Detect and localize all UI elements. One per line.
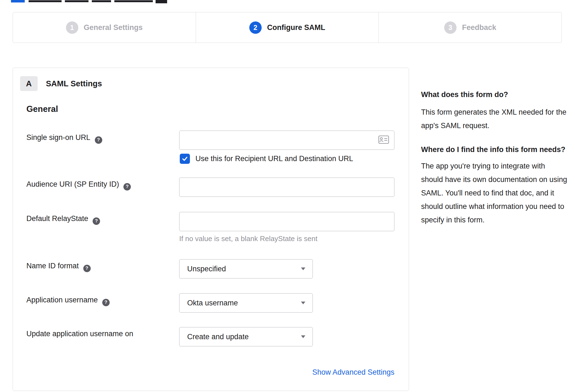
relaystate-help-icon[interactable]: ? — [93, 217, 100, 225]
update-application-username-label: Update application username on — [26, 330, 133, 338]
selected-value: Create and update — [187, 333, 249, 341]
step-label: Configure SAML — [267, 23, 325, 32]
check-icon — [181, 155, 188, 162]
single-sign-on-url-field — [179, 131, 394, 150]
appuser-help-icon[interactable]: ? — [102, 299, 110, 306]
sidebar-question-2: Where do I find the info this form needs… — [421, 143, 568, 156]
app-icon-fragment — [156, 0, 167, 3]
title-fragment — [114, 0, 153, 2]
help-sidebar: What does this form do? This form genera… — [421, 89, 568, 227]
step-number-badge: 1 — [66, 21, 78, 34]
step-label: Feedback — [462, 23, 496, 32]
step-configure-saml[interactable]: 2 Configure SAML — [196, 12, 379, 43]
name-id-format-label: Name ID format? — [26, 262, 91, 272]
sso-help-icon[interactable]: ? — [95, 136, 102, 144]
name-id-format-select[interactable]: Unspecified — [179, 259, 313, 278]
title-fragment — [29, 0, 62, 2]
title-fragment — [92, 0, 111, 2]
step-general-settings[interactable]: 1 General Settings — [13, 12, 196, 43]
selected-value: Okta username — [187, 299, 238, 307]
configure-saml-page: 1 General Settings 2 Configure SAML 3 Fe… — [0, 0, 575, 392]
default-relaystate-input[interactable] — [179, 212, 394, 231]
default-relaystate-label: Default RelayState? — [26, 214, 100, 225]
chevron-down-icon — [301, 267, 305, 270]
sidebar-question-1: What does this form do? — [421, 89, 568, 101]
single-sign-on-url-label: Single sign-on URL? — [26, 133, 102, 144]
single-sign-on-url-input[interactable] — [179, 131, 394, 150]
address-card-icon — [378, 136, 389, 145]
show-advanced-settings-link[interactable]: Show Advanced Settings — [312, 368, 394, 376]
step-feedback[interactable]: 3 Feedback — [378, 12, 562, 43]
title-fragment — [65, 0, 89, 2]
chevron-down-icon — [301, 335, 305, 338]
application-username-select[interactable]: Okta username — [179, 293, 313, 313]
update-application-username-select[interactable]: Create and update — [179, 327, 313, 346]
logo-fragment — [11, 0, 25, 2]
section-a-badge: A — [20, 76, 38, 91]
saml-settings-title: SAML Settings — [46, 76, 102, 91]
recipient-url-checkbox[interactable] — [180, 154, 190, 164]
application-username-label: Application username? — [26, 296, 110, 306]
audience-help-icon[interactable]: ? — [123, 183, 131, 191]
relaystate-hint: If no value is set, a blank RelayState i… — [179, 234, 317, 243]
audience-uri-label: Audience URI (SP Entity ID)? — [26, 180, 131, 191]
saml-settings-panel: A SAML Settings General Single sign-on U… — [13, 68, 409, 391]
sidebar-answer-2: The app you're trying to integrate with … — [421, 159, 568, 227]
audience-uri-input[interactable] — [179, 178, 394, 197]
general-section-title: General — [26, 104, 58, 114]
chevron-down-icon — [301, 302, 305, 304]
recipient-url-checkbox-label[interactable]: Use this for Recipient URL and Destinati… — [195, 154, 353, 163]
advanced-settings-row: Show Advanced Settings — [179, 368, 394, 377]
step-number-badge: 2 — [249, 21, 262, 34]
nameid-help-icon[interactable]: ? — [83, 265, 91, 272]
step-label: General Settings — [84, 23, 143, 32]
step-number-badge: 3 — [444, 21, 457, 34]
selected-value: Unspecified — [187, 265, 226, 273]
sidebar-answer-1: This form generates the XML needed for t… — [421, 106, 568, 132]
setup-wizard-stepper: 1 General Settings 2 Configure SAML 3 Fe… — [13, 12, 562, 43]
